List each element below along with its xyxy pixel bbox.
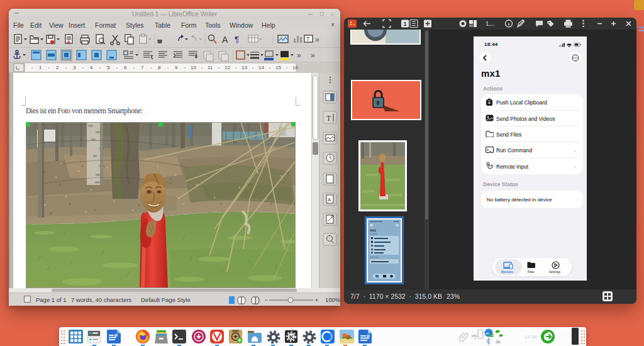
svg-text:A: A: [222, 35, 228, 45]
svg-text:8: 8: [158, 65, 161, 70]
svg-text:14: 14: [258, 65, 264, 70]
svg-text:1: 1: [404, 21, 407, 27]
svg-text:¶: ¶: [235, 35, 239, 44]
svg-text:10: 10: [191, 65, 196, 70]
svg-text:∞: ∞: [486, 331, 489, 335]
svg-text:K: K: [289, 333, 294, 340]
svg-text:5: 5: [107, 65, 110, 70]
svg-text:A: A: [328, 197, 331, 203]
svg-text:9: 9: [175, 65, 178, 70]
svg-text:6: 6: [124, 65, 127, 70]
svg-text:14:58: 14:58: [525, 334, 538, 340]
svg-text:4: 4: [90, 65, 93, 70]
svg-text:11: 11: [208, 65, 213, 70]
svg-text:1: 1: [39, 65, 42, 70]
svg-text:»: »: [315, 35, 319, 44]
svg-text:T: T: [326, 114, 331, 123]
svg-text:13: 13: [242, 65, 247, 70]
svg-text:»: »: [297, 51, 301, 60]
svg-text:2: 2: [56, 65, 59, 70]
svg-text:12: 12: [225, 65, 230, 70]
svg-text:L...: L...: [486, 20, 495, 27]
svg-text:»: »: [311, 51, 315, 60]
svg-text:15: 15: [275, 65, 281, 70]
svg-text:16: 16: [292, 65, 298, 70]
svg-text:3: 3: [73, 65, 76, 70]
svg-text:T: T: [306, 36, 310, 42]
svg-text:7: 7: [141, 65, 144, 70]
